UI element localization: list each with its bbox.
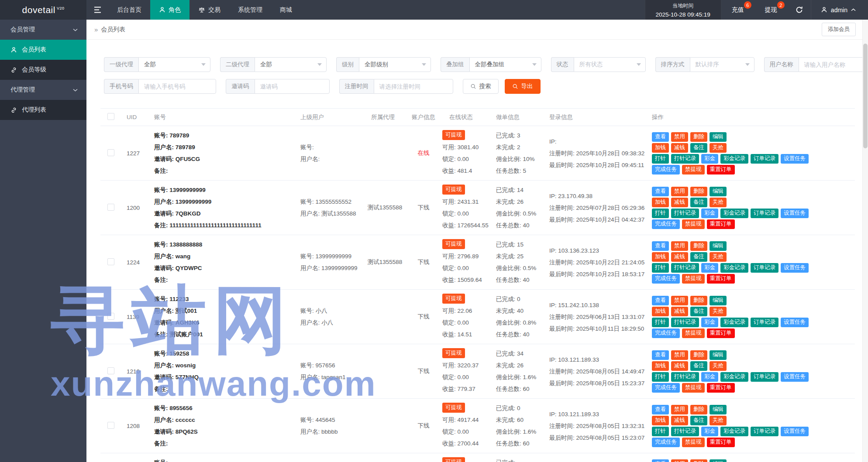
action-button[interactable]: 关抢	[710, 143, 727, 153]
action-button[interactable]: 编辑	[710, 459, 727, 462]
action-button[interactable]: 重置订单	[707, 438, 735, 447]
register-time-input[interactable]	[374, 79, 453, 94]
action-button[interactable]: 备注	[690, 143, 707, 153]
action-button[interactable]: 备注	[690, 361, 707, 371]
stack-group-select[interactable]: 全部叠加组	[469, 57, 541, 72]
action-button[interactable]: 减钱	[671, 252, 688, 262]
action-button[interactable]: 设置任务	[781, 263, 809, 273]
action-button[interactable]: 禁用	[671, 459, 688, 462]
action-button[interactable]: 彩金记录	[720, 209, 748, 218]
action-button[interactable]: 设置任务	[781, 318, 809, 327]
vertical-scrollbar[interactable]	[862, 20, 868, 462]
sort-select[interactable]: 默认排序	[690, 57, 754, 72]
action-button[interactable]: 减钱	[671, 361, 688, 371]
action-button[interactable]: 减钱	[671, 143, 688, 153]
action-button[interactable]: 重置订单	[707, 165, 735, 175]
row-checkbox[interactable]	[107, 204, 114, 211]
action-button[interactable]: 减钱	[671, 198, 688, 207]
action-button[interactable]: 设置任务	[781, 372, 809, 382]
action-button[interactable]: 编辑	[710, 132, 727, 142]
action-button[interactable]: 完成任务	[652, 274, 680, 284]
row-checkbox[interactable]	[107, 367, 114, 374]
action-button[interactable]: 编辑	[710, 187, 727, 196]
action-button[interactable]: 订单记录	[751, 154, 778, 164]
nav-item-role[interactable]: 角色	[150, 0, 189, 20]
action-button[interactable]: 完成任务	[652, 165, 680, 175]
action-button[interactable]: 删除	[690, 187, 707, 196]
action-button[interactable]: 重置订单	[707, 219, 735, 229]
action-button[interactable]: 彩金记录	[720, 263, 748, 273]
nav-item-trade[interactable]: 交易	[189, 0, 229, 20]
action-button[interactable]: 彩金记录	[720, 427, 748, 436]
action-button[interactable]: 打针记录	[671, 427, 699, 436]
action-button[interactable]: 加钱	[652, 143, 669, 153]
action-button[interactable]: 订单记录	[751, 427, 778, 436]
action-button[interactable]: 禁提现	[682, 383, 705, 393]
action-button[interactable]: 重置订单	[707, 383, 735, 393]
row-checkbox[interactable]	[107, 422, 114, 429]
search-button[interactable]: 搜索	[463, 79, 499, 94]
recharge-button[interactable]: 充值 6	[721, 0, 754, 20]
action-button[interactable]: 彩金	[701, 372, 718, 382]
admin-menu[interactable]: admin	[811, 0, 868, 20]
action-button[interactable]: 彩金	[701, 427, 718, 436]
level-select[interactable]: 全部级别	[359, 57, 431, 72]
action-button[interactable]: 查看	[652, 187, 669, 196]
action-button[interactable]: 打针	[652, 318, 669, 327]
action-button[interactable]: 编辑	[710, 350, 727, 360]
action-button[interactable]: 减钱	[671, 416, 688, 425]
action-button[interactable]: 删除	[690, 132, 707, 142]
action-button[interactable]: 完成任务	[652, 383, 680, 393]
nav-item-system[interactable]: 系统管理	[229, 0, 271, 20]
action-button[interactable]: 彩金	[701, 318, 718, 327]
action-button[interactable]: 查看	[652, 296, 669, 305]
action-button[interactable]: 加钱	[652, 307, 669, 316]
action-button[interactable]: 彩金	[701, 154, 718, 164]
action-button[interactable]: 禁提现	[682, 219, 705, 229]
action-button[interactable]: 重置订单	[707, 329, 735, 338]
action-button[interactable]: 禁提现	[682, 274, 705, 284]
nav-item-mall[interactable]: 商城	[271, 0, 301, 20]
action-button[interactable]: 禁提现	[682, 438, 705, 447]
action-button[interactable]: 备注	[690, 252, 707, 262]
export-button[interactable]: 导出	[505, 79, 541, 94]
refresh-icon[interactable]	[788, 0, 811, 20]
withdraw-button[interactable]: 提现 2	[754, 0, 788, 20]
action-button[interactable]: 设置任务	[781, 209, 809, 218]
sidebar-collapse-icon[interactable]	[86, 0, 108, 20]
action-button[interactable]: 查看	[652, 405, 669, 414]
action-button[interactable]: 查看	[652, 350, 669, 360]
action-button[interactable]: 打针	[652, 154, 669, 164]
action-button[interactable]: 订单记录	[751, 372, 778, 382]
action-button[interactable]: 订单记录	[751, 318, 778, 327]
action-button[interactable]: 备注	[690, 198, 707, 207]
action-button[interactable]: 查看	[652, 241, 669, 251]
row-checkbox[interactable]	[107, 313, 114, 320]
action-button[interactable]: 禁用	[671, 296, 688, 305]
action-button[interactable]: 彩金记录	[720, 372, 748, 382]
action-button[interactable]: 打针	[652, 209, 669, 218]
sidebar-group-agents[interactable]: 代理管理	[0, 80, 86, 100]
action-button[interactable]: 打针	[652, 263, 669, 273]
action-button[interactable]: 彩金记录	[720, 318, 748, 327]
action-button[interactable]: 删除	[690, 241, 707, 251]
action-button[interactable]: 加钱	[652, 252, 669, 262]
scrollbar-thumb[interactable]	[863, 44, 868, 148]
action-button[interactable]: 彩金记录	[720, 154, 748, 164]
action-button[interactable]: 彩金	[701, 263, 718, 273]
action-button[interactable]: 打针记录	[671, 154, 699, 164]
level1-agent-select[interactable]: 全部	[138, 57, 210, 72]
action-button[interactable]: 订单记录	[751, 263, 778, 273]
action-button[interactable]: 打针	[652, 372, 669, 382]
action-button[interactable]: 打针记录	[671, 209, 699, 218]
action-button[interactable]: 关抢	[710, 416, 727, 425]
action-button[interactable]: 禁用	[671, 405, 688, 414]
action-button[interactable]: 禁用	[671, 187, 688, 196]
select-all-checkbox[interactable]	[107, 113, 114, 120]
action-button[interactable]: 打针记录	[671, 372, 699, 382]
row-checkbox[interactable]	[107, 258, 114, 265]
action-button[interactable]: 禁用	[671, 350, 688, 360]
action-button[interactable]: 编辑	[710, 296, 727, 305]
action-button[interactable]: 加钱	[652, 198, 669, 207]
action-button[interactable]: 删除	[690, 459, 707, 462]
